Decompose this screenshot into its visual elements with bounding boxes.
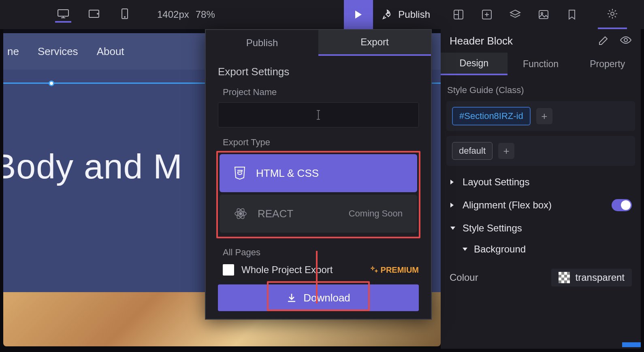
selected-block-title: Header Block [450,35,591,47]
image-icon[interactable] [537,8,550,21]
export-type-react-label: REACT [258,208,293,220]
tab-export[interactable]: Export [318,30,431,56]
project-name-input[interactable] [218,102,419,127]
svg-point-4 [124,17,125,17]
transparent-swatch-icon [559,272,570,283]
inspector-tabs: Design Function Property [441,53,641,75]
colour-label: Colour [450,272,478,283]
export-type-group-highlight: HTML & CSS REACT Coming Soon [216,151,420,238]
svg-point-11 [239,212,242,215]
publish-export-popup: Publish Export Export Settings Project N… [205,29,432,320]
top-toolbar: 1402px 78% Publish [0,0,644,29]
premium-badge: PREMIUM [370,265,419,275]
annotation-connector [316,251,318,303]
export-settings-heading: Export Settings [218,66,419,78]
edit-icon[interactable] [598,36,608,46]
tab-property[interactable]: Property [574,53,641,75]
colour-field[interactable]: transparent [551,269,632,286]
add-class-button-2[interactable]: + [498,143,514,159]
sparkle-icon [370,266,378,274]
inspector-panel: Header Block Design Function Property St… [441,29,641,349]
html5-icon [233,166,246,180]
export-type-react-button: REACT Coming Soon [220,195,417,233]
default-tag[interactable]: default [452,142,493,160]
chevron-down-icon [450,226,455,231]
whole-project-checkbox[interactable] [223,264,234,276]
class-tag-box-2: default + [446,136,635,166]
device-mobile-button[interactable] [117,6,133,23]
rocket-icon [382,9,392,20]
visibility-icon[interactable] [620,36,632,46]
download-label: Download [303,292,350,304]
download-button[interactable]: Download [218,284,419,311]
svg-point-15 [624,38,627,42]
layers-icon[interactable] [509,8,522,21]
popup-tabs: Publish Export [206,30,431,56]
viewport-width: 1402px [157,9,189,20]
alignment-accordion[interactable]: Alignment (Flex box) [446,193,635,217]
project-name-label: Project Name [218,87,419,98]
add-class-button[interactable]: + [536,108,552,124]
tab-publish[interactable]: Publish [206,30,318,56]
svg-rect-8 [539,11,548,19]
svg-point-9 [541,13,543,14]
export-type-html-label: HTML & CSS [256,167,319,180]
publish-button[interactable]: Publish [373,0,441,29]
text-cursor-icon [315,110,322,120]
svg-point-5 [388,13,389,14]
selection-handle[interactable] [49,81,54,86]
tab-function[interactable]: Function [508,53,574,75]
chevron-down-icon [462,247,468,252]
settings-icon[interactable] [598,0,627,29]
export-type-label: Export Type [218,137,419,148]
whole-project-row: Whole Project Export PREMIUM [218,264,419,276]
svg-rect-0 [58,10,68,16]
react-icon [233,206,248,221]
section-id-tag[interactable]: #Section8IRZ-id [452,107,531,125]
device-switcher [55,6,133,23]
publish-label: Publish [398,9,430,20]
tab-design[interactable]: Design [441,53,508,75]
chevron-right-icon [450,202,455,208]
viewport-info: 1402px 78% [157,9,215,20]
device-desktop-button[interactable] [55,6,71,23]
alignment-toggle[interactable] [612,199,632,211]
nav-about[interactable]: About [97,45,124,58]
style-settings-accordion[interactable]: Style Settings [446,217,635,240]
react-coming-soon-badge: Coming Soon [349,208,403,219]
nav-home-partial[interactable]: ne [7,45,19,58]
zoom-level: 78% [196,9,215,20]
nav-services[interactable]: Services [38,45,78,58]
hero-heading-fragment[interactable]: Body and M [3,146,183,187]
panels-icon[interactable] [452,8,465,21]
export-type-html-button[interactable]: HTML & CSS [220,154,417,192]
svg-point-10 [611,12,614,15]
device-tablet-button[interactable] [86,6,102,23]
svg-point-2 [97,13,98,14]
scroll-indicator [622,342,641,347]
download-icon [286,293,297,303]
right-toolbar [441,0,638,29]
background-colour-row: Colour transparent [446,259,635,296]
background-accordion[interactable]: Background [446,240,635,259]
bookmark-icon[interactable] [565,8,578,21]
add-icon[interactable] [480,8,493,21]
whole-project-label: Whole Project Export [241,264,333,276]
all-pages-label: All Pages [223,247,419,258]
colour-value: transparent [576,272,625,283]
preview-button[interactable] [344,0,373,29]
chevron-right-icon [450,179,455,185]
class-tag-box-1: #Section8IRZ-id + [446,101,635,131]
style-guide-label: Style Guide (Class) [447,85,635,95]
layout-settings-accordion[interactable]: Layout Settings [446,171,635,193]
